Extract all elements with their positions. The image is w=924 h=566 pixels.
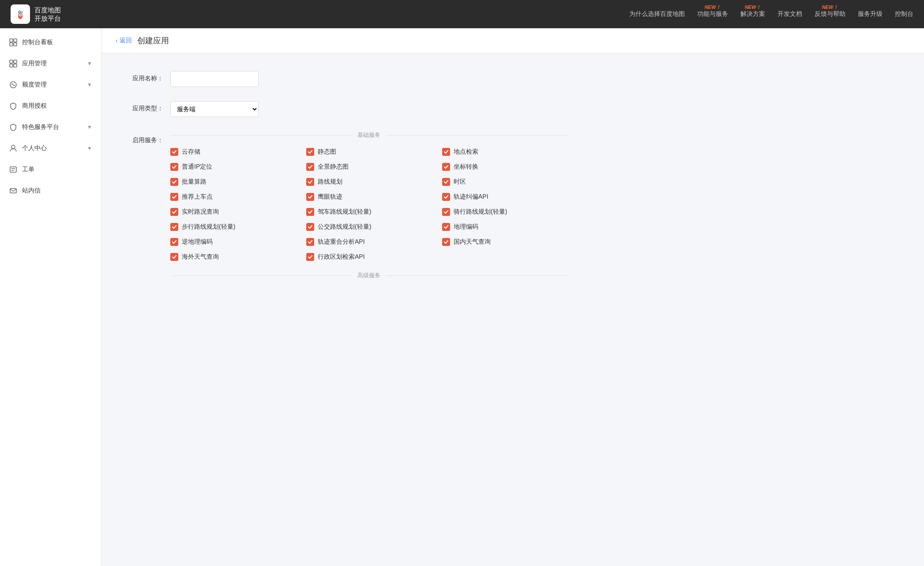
sidebar-item-工单[interactable]: 工单 (0, 159, 101, 180)
app-type-row: 应用类型： 服务端浏览器端Android SDKiOS SDK (128, 101, 898, 117)
svg-rect-18 (10, 189, 16, 193)
svg-point-14 (11, 145, 15, 149)
nav-link-开发文档[interactable]: 开发文档 (778, 10, 802, 18)
nav-link-服务升级[interactable]: 服务升级 (858, 10, 883, 18)
service-item[interactable]: 路线规划 (306, 178, 432, 186)
service-item[interactable]: 国内天气查询 (442, 238, 567, 246)
chevron-down-icon: ▼ (87, 82, 92, 88)
service-item[interactable]: 轨迹重合分析API (306, 238, 432, 246)
auth-icon (9, 102, 18, 110)
service-checkbox (306, 178, 314, 186)
sidebar-item-特色服务平台[interactable]: 特色服务平台▼ (0, 117, 101, 138)
dashboard-icon (9, 38, 18, 47)
service-item[interactable]: 推荐上车点 (170, 193, 296, 201)
svg-rect-7 (10, 43, 13, 46)
service-item[interactable]: 行政区划检索API (306, 253, 432, 261)
service-checkbox (306, 223, 314, 231)
app-type-select[interactable]: 服务端浏览器端Android SDKiOS SDK (170, 101, 259, 117)
service-name: 普通IP定位 (182, 163, 212, 171)
service-item[interactable]: 静态图 (306, 148, 432, 156)
quota-icon (9, 80, 18, 89)
service-checkbox (306, 148, 314, 156)
sidebar-item-站内信[interactable]: 站内信 (0, 180, 101, 201)
sidebar: 控制台看板应用管理▼额度管理▼商用授权特色服务平台▼个人中心▼工单站内信 (0, 28, 101, 566)
service-name: 步行路线规划(轻量) (182, 223, 235, 231)
service-checkbox (306, 163, 314, 171)
nav-link-反馈与帮助[interactable]: NEW！反馈与帮助 (815, 10, 845, 18)
back-button[interactable]: ‹ 返回 (116, 37, 132, 45)
service-item[interactable]: 云存储 (170, 148, 296, 156)
chevron-down-icon: ▼ (87, 145, 92, 151)
new-badge: NEW！ (705, 4, 721, 11)
service-item[interactable]: 公交路线规划(轻量) (306, 223, 432, 231)
service-item[interactable]: 轨迹纠偏API (442, 193, 567, 201)
service-item[interactable]: 驾车路线规划(轻量) (306, 208, 432, 216)
sidebar-item-额度管理[interactable]: 额度管理▼ (0, 74, 101, 95)
service-item[interactable]: 海外天气查询 (170, 253, 296, 261)
svg-rect-12 (14, 64, 17, 67)
service-name: 行政区划检索API (318, 253, 365, 261)
logo[interactable]: du 百度地图 开放平台 (11, 4, 61, 24)
service-checkbox (442, 163, 450, 171)
service-name: 地理编码 (454, 223, 478, 231)
advanced-services-divider: 高级服务 (170, 272, 567, 279)
svg-rect-5 (10, 39, 13, 42)
service-name: 路线规划 (318, 178, 342, 186)
new-badge: NEW！ (822, 4, 838, 11)
adv-divider-line-right (386, 275, 567, 276)
service-name: 地点检索 (454, 148, 478, 156)
sidebar-label: 特色服务平台 (22, 123, 83, 131)
service-item[interactable]: 时区 (442, 178, 567, 186)
service-item[interactable]: 坐标转换 (442, 163, 567, 171)
services-section: 启用服务： 基础服务 云存储静态图地点检索普通IP定位全景静态图坐标转换批量算路… (128, 131, 898, 279)
sidebar-item-商用授权[interactable]: 商用授权 (0, 95, 101, 117)
service-item[interactable]: 地理编码 (442, 223, 567, 231)
page-title: 创建应用 (137, 35, 169, 46)
sidebar-label: 工单 (22, 166, 92, 174)
nav-link-功能与服务[interactable]: NEW！功能与服务 (697, 10, 728, 18)
service-item[interactable]: 逆地理编码 (170, 238, 296, 246)
page-header: ‹ 返回 创建应用 (101, 28, 924, 53)
logo-text: 百度地图 开放平台 (34, 6, 61, 23)
sidebar-label: 站内信 (22, 187, 92, 195)
service-item[interactable]: 地点检索 (442, 148, 567, 156)
service-item[interactable]: 批量算路 (170, 178, 296, 186)
nav-link-解决方案[interactable]: NEW！解决方案 (740, 10, 765, 18)
service-item[interactable]: 骑行路线规划(轻量) (442, 208, 567, 216)
logo-icon: du (11, 4, 30, 24)
service-item[interactable]: 步行路线规划(轻量) (170, 223, 296, 231)
service-name: 全景静态图 (318, 163, 349, 171)
service-checkbox (442, 238, 450, 246)
service-item[interactable]: 普通IP定位 (170, 163, 296, 171)
service-name: 坐标转换 (454, 163, 478, 171)
chevron-left-icon: ‹ (116, 37, 118, 44)
special-icon (9, 123, 18, 132)
sidebar-item-应用管理[interactable]: 应用管理▼ (0, 53, 101, 74)
service-name: 海外天气查询 (182, 253, 219, 261)
service-checkbox (170, 238, 178, 246)
divider-line-right (386, 135, 567, 136)
nav-link-为什么选择百度地图[interactable]: 为什么选择百度地图 (629, 10, 685, 18)
person-icon (9, 144, 18, 153)
service-item[interactable]: 实时路况查询 (170, 208, 296, 216)
service-checkbox (170, 148, 178, 156)
services-grid: 云存储静态图地点检索普通IP定位全景静态图坐标转换批量算路路线规划时区推荐上车点… (170, 148, 567, 261)
sidebar-item-个人中心[interactable]: 个人中心▼ (0, 138, 101, 159)
service-checkbox (170, 163, 178, 171)
basic-services-divider: 基础服务 (170, 131, 567, 139)
app-name-input[interactable] (170, 71, 259, 87)
service-item[interactable]: 全景静态图 (306, 163, 432, 171)
create-app-form: 应用名称： 应用类型： 服务端浏览器端Android SDKiOS SDK 启用… (101, 53, 924, 311)
nav-link-控制台[interactable]: 控制台 (895, 10, 913, 18)
service-item[interactable]: 鹰眼轨迹 (306, 193, 432, 201)
basic-services-label: 基础服务 (357, 131, 380, 139)
sidebar-item-控制台看板[interactable]: 控制台看板 (0, 32, 101, 53)
svg-rect-9 (10, 60, 13, 63)
app-type-field: 服务端浏览器端Android SDKiOS SDK (170, 101, 435, 117)
service-checkbox (306, 238, 314, 246)
service-checkbox (442, 148, 450, 156)
service-checkbox (306, 253, 314, 261)
service-name: 实时路况查询 (182, 208, 219, 216)
service-name: 批量算路 (182, 178, 207, 186)
nav-links: 为什么选择百度地图NEW！功能与服务NEW！解决方案开发文档NEW！反馈与帮助服… (629, 10, 913, 18)
